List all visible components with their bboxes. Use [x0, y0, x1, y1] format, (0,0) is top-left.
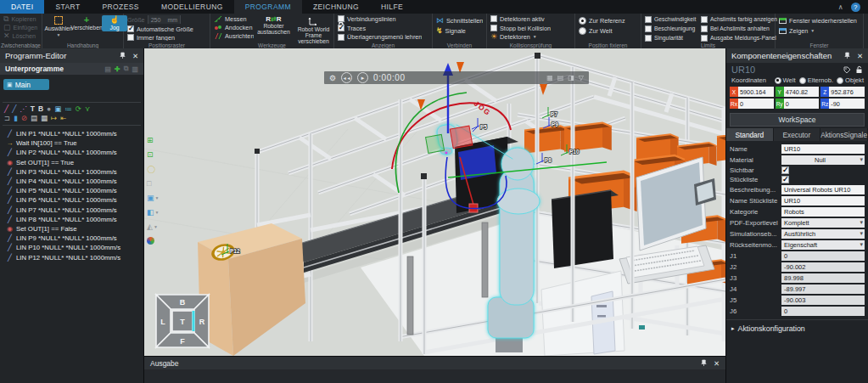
tab-prozess[interactable]: PROZESS: [91, 0, 149, 14]
tab-standard[interactable]: Standard: [726, 128, 774, 141]
camera-icon[interactable]: ◨: [568, 74, 574, 82]
rueckseitenmodus-select[interactable]: Eigenschaft: [781, 240, 865, 250]
detektoren-dropdown[interactable]: ☀Detektoren▼: [490, 33, 551, 41]
singularitaet-checkbox[interactable]: Singularität: [645, 34, 697, 42]
messen-button[interactable]: Messen: [214, 15, 254, 23]
help-icon[interactable]: ?: [851, 3, 860, 12]
roboter-austauschen-button[interactable]: R⇄RRoboter austauschen: [255, 15, 291, 36]
ptp-motion-icon[interactable]: ╱: [12, 105, 16, 113]
doc-icon[interactable]: ▤: [31, 115, 37, 122]
simulationsebene-select[interactable]: Ausführlich: [781, 229, 865, 239]
branch-icon[interactable]: ⋎: [85, 105, 90, 113]
tab-zeichnung[interactable]: ZEICHNUNG: [302, 0, 370, 14]
einfuegen-button[interactable]: ▢Einfügen: [3, 24, 37, 31]
render-mode-icon[interactable]: ◧▼: [147, 208, 159, 217]
duplicate-subprogram-icon[interactable]: ⧉: [124, 65, 129, 73]
sichtbar-checkbox[interactable]: [781, 166, 789, 174]
settings-gear-icon[interactable]: ⚙: [329, 74, 336, 82]
section-view-icon[interactable]: ◭▼: [147, 222, 159, 231]
cube-right-face[interactable]: R: [199, 318, 205, 326]
bracket-icon[interactable]: ⊐: [4, 115, 10, 122]
grid-view-icon[interactable]: ▦: [546, 74, 553, 82]
j4-field[interactable]: -89.997: [781, 284, 865, 294]
pin-icon[interactable]: [120, 52, 126, 59]
main-routine-button[interactable]: ▣ Main: [3, 79, 49, 90]
loop-icon[interactable]: ⟳: [76, 105, 81, 113]
edit-subprogram-icon[interactable]: ▤: [104, 65, 111, 73]
assign-icon[interactable]: ≔: [64, 105, 72, 113]
statement-row[interactable]: ╱LIN P3 *NULL* *NULL* 1000mm/s: [0, 167, 143, 177]
rewind-button[interactable]: ◄◄: [341, 72, 352, 83]
statement-row[interactable]: ╱LIN P5 *NULL* *NULL* 1000mm/s: [0, 186, 143, 195]
component-icon[interactable]: ▣: [54, 105, 61, 113]
material-select[interactable]: Null: [781, 155, 865, 165]
statement-row[interactable]: ╱LIN P10 *NULL* *NULL* 1000mm/s: [0, 243, 143, 252]
grid-size-input[interactable]: 250mm: [148, 15, 181, 24]
fit-all-icon[interactable]: ⊞: [147, 136, 159, 144]
schnittstellen-button[interactable]: ⋈Schnittstellen: [436, 17, 483, 25]
statement-row[interactable]: ◉Set OUT[1] == True: [0, 158, 143, 167]
coord-y-field[interactable]: Y4740.82: [776, 87, 820, 97]
play-button[interactable]: ►: [357, 72, 368, 83]
coord-rz-field[interactable]: Rz-90: [820, 99, 865, 109]
stueckliste-checkbox[interactable]: [781, 176, 789, 183]
close-icon[interactable]: ✕: [132, 52, 138, 60]
tab-start[interactable]: START: [44, 0, 91, 14]
coord-z-field[interactable]: Z952.876: [820, 87, 865, 97]
record-icon[interactable]: ●: [47, 105, 51, 113]
tab-aktionssignale[interactable]: AktionsSignale: [820, 128, 868, 141]
traces-checkbox[interactable]: Traces: [338, 25, 422, 32]
close-icon[interactable]: ✕: [857, 52, 863, 60]
cube-back-face[interactable]: B: [180, 298, 186, 307]
geschwindigkeit-checkbox[interactable]: Geschwindigkeit: [645, 15, 697, 23]
signal-out-icon[interactable]: ↦: [51, 115, 57, 122]
mode-eltern-radio[interactable]: Elternob.: [799, 76, 833, 84]
zur-referenz-radio[interactable]: Zur Referenz: [579, 17, 625, 25]
auto-size-checkbox[interactable]: Automatische Größe: [127, 25, 193, 32]
loeschen-button[interactable]: ✕Löschen: [3, 32, 37, 40]
j1-field[interactable]: 0: [781, 251, 865, 261]
material-sphere-icon[interactable]: [147, 237, 159, 245]
statement-row[interactable]: ╱LIN P1 *NULL* *NULL* 1000mm/s: [0, 129, 143, 138]
ausrichten-button[interactable]: Ausrichten: [214, 32, 254, 40]
lin-motion-icon[interactable]: ╱: [4, 105, 8, 113]
name-field[interactable]: UR10: [781, 144, 865, 154]
statement-row[interactable]: ╱LIN P4 *NULL* *NULL* 1000mm/s: [0, 177, 143, 186]
cube-front-face[interactable]: F: [180, 337, 185, 346]
name-stueckliste-field[interactable]: UR10: [781, 196, 865, 206]
tab-hilfe[interactable]: HILFE: [370, 0, 414, 14]
verbindungslinien-checkbox[interactable]: Verbindungslinien: [338, 15, 422, 23]
pin-icon[interactable]: [844, 52, 850, 59]
stats-icon[interactable]: ▤: [557, 74, 564, 82]
statement-row[interactable]: →Wait IN[100] == True: [0, 138, 143, 148]
ueberlagerungsmenue-checkbox[interactable]: Überlagerungsmenü lehren: [338, 33, 422, 41]
signal-in-icon[interactable]: ⇤: [60, 115, 66, 122]
tab-modellierung[interactable]: MODELLIERUNG: [150, 0, 234, 14]
stop-icon[interactable]: ⊘: [21, 115, 27, 122]
robot-world-frame-button[interactable]: Robot World Frame verschieben: [293, 15, 333, 45]
cube-top-face[interactable]: T: [180, 318, 185, 326]
cube-left-face[interactable]: L: [160, 318, 165, 326]
tab-datei[interactable]: DATEI: [0, 0, 44, 14]
viewport-3d[interactable]: JOG P5 P7 P9 P10 P8 P12: [144, 48, 725, 356]
lock-icon[interactable]: [855, 65, 863, 74]
delete-subprogram-icon[interactable]: ▥: [132, 65, 138, 73]
j2-field[interactable]: -90.002: [781, 262, 865, 272]
aktionskonfiguration-expander[interactable]: ▸ Aktionskonfiguration: [726, 319, 868, 337]
bei-achslimits-anhalten-checkbox[interactable]: Bei Achslimits anhalten: [701, 25, 777, 32]
kopieren-button[interactable]: ⧉Kopieren: [3, 15, 37, 23]
fenster-wiederherstellen-button[interactable]: Fenster wiederherstellen: [779, 17, 857, 25]
signale-button[interactable]: ↯Signale: [436, 27, 483, 35]
teach-icon[interactable]: T: [31, 105, 35, 113]
pdf-exportlevel-select[interactable]: Komplett: [781, 218, 865, 228]
bounding-box-icon[interactable]: □: [147, 179, 159, 188]
tag-icon[interactable]: [843, 66, 851, 74]
statement-row[interactable]: ╱LIN P12 *NULL* *NULL* 1000mm/s: [0, 252, 143, 262]
statement-row[interactable]: ╱LIN P8 *NULL* *NULL* 1000mm/s: [0, 215, 143, 224]
io-icon[interactable]: ▮: [14, 115, 18, 122]
j6-field[interactable]: 0: [781, 307, 865, 316]
tab-executor[interactable]: Executor: [774, 128, 821, 141]
statement-row[interactable]: ╱LIN P2 *NULL* *NULL* 1000mm/s: [0, 148, 143, 157]
statement-row[interactable]: ◉Set OUT[1] == False: [0, 224, 143, 234]
pin-icon[interactable]: [701, 359, 707, 367]
